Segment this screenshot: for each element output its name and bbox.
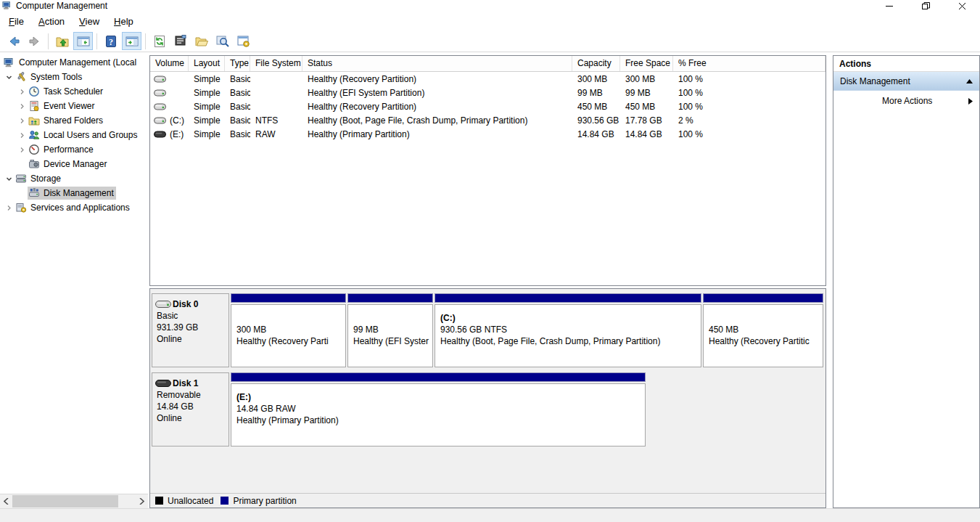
- chevron-right-icon[interactable]: [16, 131, 28, 139]
- properties-button[interactable]: [170, 32, 190, 50]
- volume-row[interactable]: SimpleBasicHealthy (EFI System Partition…: [150, 86, 825, 99]
- partition-info-line: Healthy (Recovery Partitic: [709, 336, 823, 348]
- console-options-button[interactable]: [234, 32, 253, 50]
- chevron-right-icon[interactable]: [16, 117, 28, 125]
- tree-item-label: Storage: [30, 174, 61, 184]
- restore-button[interactable]: [907, 0, 944, 12]
- tree-item-device-manager[interactable]: Device Manager: [0, 157, 148, 171]
- volume-row[interactable]: SimpleBasicHealthy (Recovery Partition)3…: [150, 72, 825, 86]
- scroll-left-icon[interactable]: [0, 494, 12, 508]
- show-console-tree-button[interactable]: [73, 32, 93, 50]
- partition-450-mb[interactable]: 450 MBHealthy (Recovery Partitic: [703, 293, 823, 367]
- volume-list-header: VolumeLayoutTypeFile SystemStatusCapacit…: [150, 56, 825, 72]
- tree-item-content: Shared Folders: [28, 114, 105, 127]
- tree-item-computer-management-local[interactable]: Computer Management (Local: [0, 55, 148, 70]
- column-header-free-space[interactable]: Free Space: [620, 56, 673, 71]
- menu-action[interactable]: Action: [31, 14, 72, 29]
- tree-item-label: Services and Applications: [30, 203, 130, 213]
- column-header-type[interactable]: Type: [225, 56, 250, 71]
- menu-bar: FileActionViewHelp: [0, 12, 980, 30]
- chevron-right-icon[interactable]: [3, 204, 15, 212]
- volume-row-c[interactable]: (C:)SimpleBasicNTFSHealthy (Boot, Page F…: [150, 113, 825, 127]
- column-header-capacity[interactable]: Capacity: [572, 56, 620, 71]
- scroll-right-icon[interactable]: [136, 494, 148, 508]
- legend-item-primary-partition: Primary partition: [221, 496, 296, 506]
- tree-item-label: Performance: [44, 144, 94, 155]
- tree-item-label: Computer Management (Local: [19, 57, 136, 68]
- chevron-right-icon[interactable]: [16, 146, 28, 154]
- find-button[interactable]: [213, 32, 232, 50]
- partition-300-mb[interactable]: 300 MBHealthy (Recovery Parti: [231, 293, 346, 367]
- tree-item-shared-folders[interactable]: Shared Folders: [0, 113, 148, 128]
- chevron-down-icon[interactable]: [3, 175, 15, 183]
- storage-icon: [15, 173, 27, 184]
- tree-item-performance[interactable]: Performance: [0, 142, 148, 157]
- tree-item-content: Task Scheduler: [28, 85, 105, 98]
- forward-button[interactable]: [25, 32, 44, 50]
- cell-volume: [150, 103, 189, 110]
- tree-item-label: Disk Management: [44, 188, 114, 198]
- menu-view[interactable]: View: [72, 14, 107, 29]
- tree-item-system-tools[interactable]: System Tools: [0, 70, 148, 84]
- open-button[interactable]: [192, 32, 211, 50]
- partition-letter: [236, 313, 345, 325]
- disk-label-disk-0[interactable]: Disk 0Basic931.39 GBOnline: [152, 293, 229, 367]
- cell-volume: [150, 76, 189, 83]
- tree-item-content: Device Manager: [28, 158, 109, 171]
- cell-volume: [150, 89, 189, 97]
- disk-info-line: Basic: [155, 311, 228, 321]
- volume-drive-icon: [154, 89, 166, 97]
- column-header-file-system[interactable]: File System: [250, 56, 302, 71]
- cell-layout: Simple: [189, 102, 225, 112]
- cell-file-system: NTFS: [250, 115, 302, 126]
- actions-group-disk-management[interactable]: Disk Management: [833, 72, 979, 91]
- tree-item-services-and-applications[interactable]: Services and Applications: [0, 200, 148, 215]
- chevron-down-icon[interactable]: [3, 73, 15, 81]
- more-actions-item[interactable]: More Actions: [833, 91, 979, 111]
- properties-icon: [173, 34, 188, 49]
- chevron-right-icon[interactable]: [16, 102, 28, 110]
- refresh-button[interactable]: [149, 32, 169, 50]
- cell-free-space: 14.84 GB: [620, 129, 673, 139]
- up-one-level-button[interactable]: [52, 32, 72, 50]
- minimize-button[interactable]: [871, 0, 907, 12]
- column-header-volume[interactable]: Volume: [150, 56, 189, 71]
- disk-label-disk-1[interactable]: Disk 1Removable14.84 GBOnline: [152, 372, 229, 446]
- show-action-pane-button[interactable]: [122, 32, 141, 50]
- collapse-up-icon[interactable]: [966, 79, 973, 83]
- tree-item-content: Storage: [15, 172, 63, 185]
- tree-item-content: Performance: [28, 143, 96, 156]
- tree-item-local-users-and-groups[interactable]: Local Users and Groups: [0, 128, 148, 142]
- partitions-strip: (E:)14.84 GB RAWHealthy (Primary Partiti…: [231, 372, 647, 446]
- cell-layout: Simple: [189, 129, 225, 139]
- scrollbar-thumb[interactable]: [12, 495, 118, 507]
- close-button[interactable]: [944, 0, 980, 12]
- cell-free-space: 17.78 GB: [620, 115, 673, 126]
- volume-row-e[interactable]: (E:)SimpleBasicRAWHealthy (Primary Parti…: [150, 127, 825, 141]
- tree-item-storage[interactable]: Storage: [0, 171, 148, 186]
- menu-help[interactable]: Help: [107, 14, 141, 29]
- help-button[interactable]: ?: [101, 32, 120, 50]
- partition-e[interactable]: (E:)14.84 GB RAWHealthy (Primary Partiti…: [231, 372, 646, 446]
- back-button[interactable]: [4, 32, 23, 50]
- chevron-right-icon[interactable]: [16, 88, 28, 96]
- tree-item-task-scheduler[interactable]: Task Scheduler: [0, 84, 148, 99]
- tree-item-event-viewer[interactable]: Event Viewer: [0, 99, 148, 113]
- title-bar: Computer Management: [0, 0, 980, 12]
- partition-c[interactable]: (C:)930.56 GB NTFSHealthy (Boot, Page Fi…: [435, 293, 701, 367]
- tree-item-disk-management[interactable]: Disk Management: [0, 186, 148, 200]
- disk-management-icon: [28, 187, 40, 199]
- disk-drive-dark-icon: [155, 379, 171, 388]
- toolbar-separator: [48, 33, 49, 49]
- column-header-free[interactable]: % Free: [673, 56, 825, 71]
- tree-item-content: System Tools: [15, 70, 84, 83]
- partition-99-mb[interactable]: 99 MBHealthy (EFI Syster: [347, 293, 433, 367]
- column-header-layout[interactable]: Layout: [189, 56, 225, 71]
- tree-horizontal-scrollbar[interactable]: [0, 494, 148, 509]
- volume-list-panel: VolumeLayoutTypeFile SystemStatusCapacit…: [149, 55, 826, 286]
- cell-free: 2 %: [673, 115, 825, 126]
- menu-file[interactable]: File: [1, 14, 31, 29]
- volume-row[interactable]: SimpleBasicHealthy (Recovery Partition)4…: [150, 99, 825, 113]
- column-header-status[interactable]: Status: [302, 56, 572, 71]
- legend-label: Primary partition: [233, 496, 296, 506]
